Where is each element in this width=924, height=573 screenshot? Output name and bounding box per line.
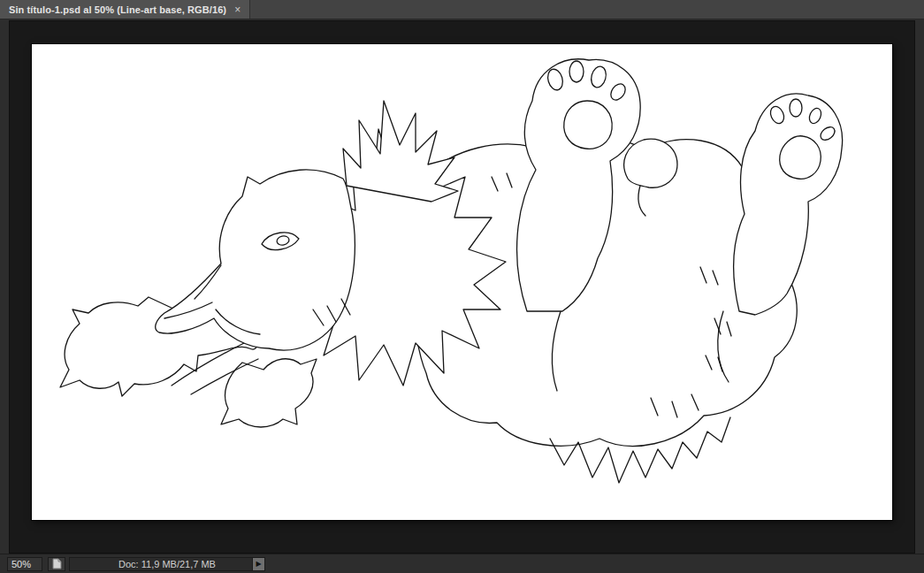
doc-size-field: Doc: 11,9 MB/21,7 MB ▶	[69, 557, 265, 571]
status-options-arrow[interactable]: ▶	[252, 557, 265, 571]
status-bar: 50% Doc: 11,9 MB/21,7 MB ▶	[0, 554, 924, 573]
photoshop-window: Sin título-1.psd al 50% (Line-art base, …	[0, 0, 924, 573]
document-workspace	[9, 20, 915, 554]
tab-close-icon[interactable]: ×	[234, 4, 241, 15]
document-tab-title: Sin título-1.psd al 50% (Line-art base, …	[9, 4, 226, 15]
doc-size-text: Doc: 11,9 MB/21,7 MB	[118, 559, 216, 569]
zoom-level-field[interactable]: 50%	[7, 557, 42, 571]
line-art-drawing	[32, 44, 892, 520]
document-status-icon[interactable]	[48, 557, 65, 571]
document-tab-bar: Sin título-1.psd al 50% (Line-art base, …	[0, 0, 924, 19]
page-icon	[52, 558, 62, 569]
document-canvas[interactable]	[32, 44, 892, 520]
document-tab[interactable]: Sin título-1.psd al 50% (Line-art base, …	[0, 0, 250, 19]
